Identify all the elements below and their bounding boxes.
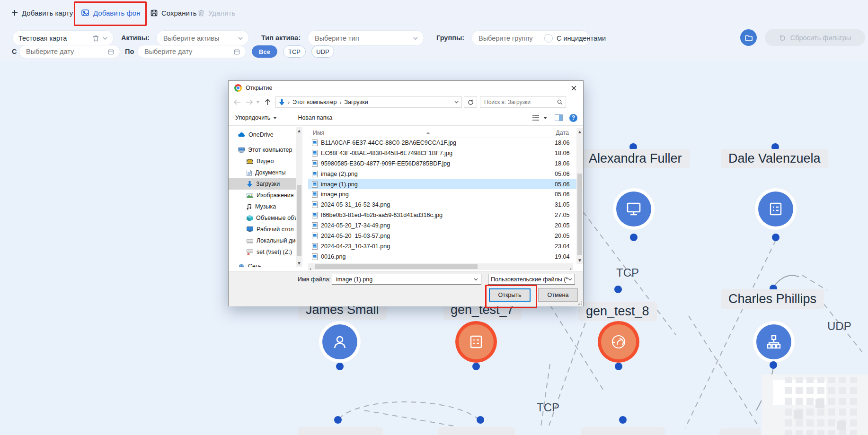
sidebar-item-local-disk[interactable]: Локальный дис xyxy=(229,235,296,246)
save-button[interactable]: Сохранить xyxy=(151,6,197,20)
sidebar-item-music[interactable]: Музыка xyxy=(229,201,296,212)
file-row[interactable]: 95980585-E36D-4877-909F-EE56D8785BDF.jpg… xyxy=(308,158,576,169)
node-port-dot[interactable] xyxy=(615,363,622,370)
sidebar-item-network[interactable]: Сеть xyxy=(229,261,296,267)
date-from-input[interactable] xyxy=(19,45,120,58)
sidebar-item-3d-objects[interactable]: Объемные объ xyxy=(229,212,296,224)
file-row[interactable]: image.png05.06 xyxy=(308,189,576,200)
file-row[interactable]: 0016.png19.04 xyxy=(308,252,576,262)
open-button[interactable]: Открыть xyxy=(489,288,531,302)
node-label-cut[interactable] xyxy=(438,427,515,435)
file-row[interactable]: image (2).png05.06 xyxy=(308,169,576,179)
node-label[interactable]: Alexandra Fuller xyxy=(581,149,690,168)
incidents-checkbox[interactable] xyxy=(544,34,553,43)
node-port-dot[interactable] xyxy=(477,416,484,424)
assets-select-input[interactable] xyxy=(162,34,234,43)
refresh-button[interactable] xyxy=(464,96,477,108)
search-box[interactable] xyxy=(480,96,566,108)
node-label[interactable]: Dale Valenzuela xyxy=(721,149,828,168)
search-icon[interactable] xyxy=(557,99,563,105)
node-label-cut[interactable] xyxy=(581,427,665,435)
organize-menu[interactable]: Упорядочить xyxy=(235,114,277,121)
up-icon[interactable] xyxy=(265,99,271,105)
sidebar-item-onedrive[interactable]: OneDrive xyxy=(229,129,296,140)
search-input[interactable] xyxy=(483,98,557,106)
chevron-down-icon[interactable] xyxy=(103,36,107,41)
node-gen-test-7[interactable] xyxy=(459,324,494,359)
filetype-select[interactable]: Пользовательские файлы (*.j xyxy=(488,274,575,285)
breadcrumb-chevron-icon[interactable] xyxy=(454,101,459,104)
node-charles-phillips[interactable] xyxy=(756,324,791,359)
delete-button[interactable]: Удалить xyxy=(198,6,235,20)
sidebar-item-this-pc[interactable]: Этот компьютер xyxy=(229,144,296,156)
protocol-tcp-button[interactable]: TCP xyxy=(283,45,306,58)
sidebar-item-downloads[interactable]: Загрузки xyxy=(229,178,296,190)
sidebar-item-network-drive[interactable]: set (\\set) (Z:) xyxy=(229,246,296,258)
add-map-button[interactable]: Добавить карту xyxy=(11,6,73,20)
new-folder-button[interactable]: Новая папка xyxy=(298,114,332,121)
cancel-button[interactable]: Отмена xyxy=(538,288,578,302)
add-background-button[interactable]: Добавить фон xyxy=(81,6,140,20)
protocol-all-button[interactable]: Все xyxy=(252,45,277,58)
sidebar-item-documents[interactable]: Документы xyxy=(229,167,296,178)
date-to-input[interactable] xyxy=(137,45,246,58)
node-port-dot[interactable] xyxy=(770,361,777,369)
view-mode-icon[interactable] xyxy=(532,114,541,121)
column-date[interactable]: Дата xyxy=(556,130,569,136)
node-label-cut[interactable] xyxy=(719,428,761,435)
date-to-field[interactable] xyxy=(143,47,230,56)
calendar-icon[interactable] xyxy=(234,49,240,55)
node-gen-test-8[interactable] xyxy=(601,324,636,359)
node-port-dot[interactable] xyxy=(472,363,480,370)
help-icon[interactable] xyxy=(569,114,577,122)
file-row[interactable]: 2024-05-20_17-34-49.png20.05 xyxy=(308,220,576,231)
node-label[interactable]: gen_test_8 xyxy=(578,302,657,321)
sidebar-item-pictures[interactable]: Изображения xyxy=(229,190,296,201)
resize-grip-icon[interactable] xyxy=(578,301,582,305)
preview-pane-icon[interactable] xyxy=(555,114,563,121)
asset-type-select[interactable] xyxy=(308,30,424,46)
nav-history-chevron-icon[interactable] xyxy=(256,101,260,104)
sidebar-scrollbar[interactable]: ▲ ▼ xyxy=(296,127,302,267)
calendar-icon[interactable] xyxy=(108,49,114,55)
file-list-vertical-scrollbar[interactable]: ▲ ▼ xyxy=(576,128,583,264)
file-row[interactable]: 2024-05-31_16-52-34.png31.05 xyxy=(308,200,576,210)
protocol-udp-button[interactable]: UDP xyxy=(311,45,334,58)
background-folder-button[interactable] xyxy=(740,29,757,46)
chevron-down-icon[interactable] xyxy=(238,36,243,41)
node-label-cut[interactable] xyxy=(298,427,383,435)
reset-filters-button[interactable]: Сбросить фильтры xyxy=(765,29,865,46)
sidebar-item-videos[interactable]: Видео xyxy=(229,156,296,167)
node-port-dot[interactable] xyxy=(772,234,779,241)
asset-type-select-input[interactable] xyxy=(314,34,409,43)
trash-icon[interactable] xyxy=(93,35,99,42)
date-from-field[interactable] xyxy=(25,47,104,56)
chevron-down-icon[interactable] xyxy=(413,36,418,41)
breadcrumb[interactable]: Этот компьютер Загрузки xyxy=(275,96,462,108)
node-port-dot[interactable] xyxy=(614,286,622,293)
node-port-dot[interactable] xyxy=(619,416,627,424)
back-icon[interactable] xyxy=(233,99,241,105)
sidebar-item-desktop[interactable]: Рабочий стол xyxy=(229,224,296,235)
node-port-dot[interactable] xyxy=(334,416,342,424)
node-dale-valenzuela[interactable] xyxy=(758,191,793,226)
map-select[interactable]: Тестовая карта xyxy=(12,30,114,46)
file-row[interactable]: EC68F43F-0BAE-4830-845B-6E7498CF1BF7.jpg… xyxy=(308,148,576,158)
view-mode-chevron-icon[interactable] xyxy=(543,117,547,119)
file-row-selected[interactable]: image (1).png05.06 xyxy=(308,179,576,190)
file-row[interactable]: f66be0b3-81ed-4b2b-aa59-631d41ad316c.jpg… xyxy=(308,210,576,220)
filename-field[interactable] xyxy=(335,276,474,283)
assets-select[interactable] xyxy=(156,30,249,46)
file-row[interactable]: B11A0CAF-6E37-44CC-88C0-2BA6EC9CCA1F.jpg… xyxy=(308,138,576,148)
node-port-dot[interactable] xyxy=(336,363,344,370)
file-row[interactable]: 2024-04-23_10-37-01.png23.04 xyxy=(308,241,576,252)
dialog-title-bar[interactable]: Открытие xyxy=(229,81,583,95)
close-icon[interactable] xyxy=(564,81,583,95)
node-port-dot[interactable] xyxy=(630,234,638,241)
forward-icon[interactable] xyxy=(246,99,253,105)
breadcrumb-current[interactable]: Загрузки xyxy=(344,99,368,105)
node-alexandra-fuller[interactable] xyxy=(616,191,651,226)
node-label[interactable]: Charles Phillips xyxy=(721,289,824,309)
file-list-horizontal-scrollbar[interactable] xyxy=(308,263,573,270)
file-row[interactable]: 2024-05-20_15-03-57.png20.05 xyxy=(308,231,576,241)
